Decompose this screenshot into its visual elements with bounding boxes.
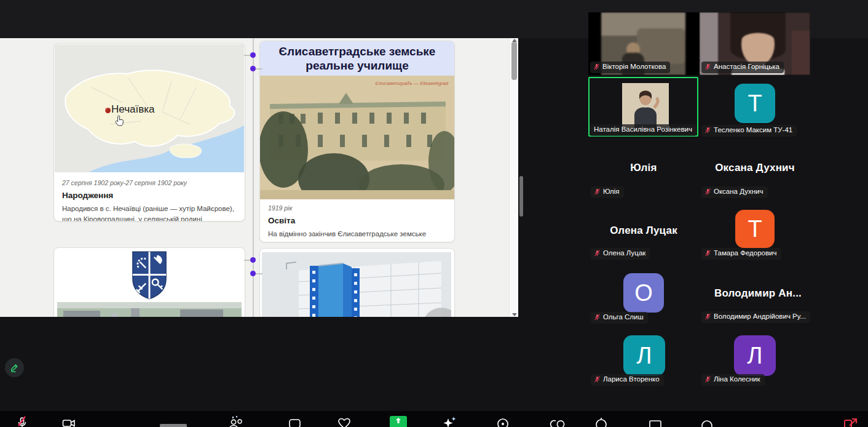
participant-name-label: Тесленко Максим ТУ-41 (701, 125, 797, 137)
participant-display-name: Юлія (588, 162, 699, 174)
old-school-photo: Єлисаветградъ — Elisawetgrad (260, 76, 454, 199)
participant-name-label: Ліна Колесник (701, 374, 765, 386)
heart-reaction-icon (337, 416, 352, 427)
timeline-card-birth[interactable]: Нечаївка 27 серпня 1902 року-27 серпня 1… (53, 43, 245, 221)
mic-muted-icon (704, 188, 711, 195)
apps-button[interactable] (548, 416, 566, 427)
participant-name-label: Анастасія Горніцька (701, 62, 784, 73)
participant-name-label: Олена Луцак (591, 248, 650, 260)
event-date: 27 серпня 1902 року-27 серпня 1902 року (62, 179, 237, 186)
window-scrollbar-thumb[interactable] (519, 176, 523, 217)
event-title: Освіта (268, 216, 446, 225)
mic-muted-icon (704, 313, 711, 320)
event-description: На відмінно закінчив Єлисаветградське зе… (268, 229, 446, 242)
camera-button[interactable] (61, 416, 79, 427)
mic-muted-icon (594, 188, 601, 195)
ai-companion-button[interactable] (441, 416, 459, 427)
old-photo-art (260, 76, 454, 199)
meeting-toolbar (0, 411, 868, 427)
map-point-marker (105, 108, 111, 113)
participant-name-label: Лариса Вторенко (591, 374, 664, 386)
screen-share-area: Нечаївка 27 серпня 1902 року-27 серпня 1… (0, 38, 518, 317)
mic-muted-icon (704, 127, 711, 134)
participants-button[interactable] (226, 416, 243, 427)
record-icon (495, 416, 510, 427)
mic-muted-icon (594, 250, 601, 257)
timeline-card-building[interactable] (259, 248, 455, 317)
university-emblem (130, 250, 168, 300)
scrollbar-thumb[interactable] (511, 42, 517, 80)
notes-button[interactable] (700, 416, 717, 427)
participant-name-label: Вікторія Молоткова (590, 62, 670, 73)
participant-name-label: Оксана Духнич (701, 186, 768, 198)
participant-name-label: Тамара Федорович (701, 248, 781, 260)
chat-button[interactable] (288, 416, 305, 427)
timeline-card-education[interactable]: Єлисаветградське земське реальне училище (259, 41, 455, 242)
timeline-dot[interactable] (250, 271, 256, 276)
mic-muted-icon (704, 250, 711, 257)
share-screen-button[interactable] (390, 416, 407, 427)
whiteboard-button[interactable] (648, 416, 665, 427)
mic-muted-icon (704, 63, 711, 70)
ai-companion-icon (441, 416, 457, 427)
event-date: 1919 рік (268, 204, 446, 212)
mic-muted-icon (594, 314, 601, 321)
microphone-muted-button[interactable] (15, 416, 32, 427)
whiteboard-icon (648, 416, 663, 427)
participant-display-name: Оксана Духнич (700, 162, 810, 174)
participant-display-name: Володимир Ан... (700, 287, 816, 300)
share-screen-icon (393, 416, 403, 426)
annotate-button[interactable] (5, 358, 24, 377)
timeline-card-university[interactable] (53, 247, 245, 317)
card-header: Єлисаветградське земське реальне училище (260, 41, 454, 76)
participant-avatar[interactable]: О (623, 273, 664, 313)
leave-meeting-button[interactable] (842, 416, 859, 427)
participant-name-label: Володимир Андрійович Ру... (701, 311, 810, 323)
participant-name-label: Юлія (591, 186, 624, 198)
participant-name-label: Ольга Слиш (591, 312, 648, 324)
timeline-dot[interactable] (250, 66, 256, 71)
clock-button[interactable] (594, 416, 611, 427)
notes-icon (700, 416, 714, 427)
event-description: Народився в с. Нечаївці (раніше — хутір … (62, 204, 237, 221)
participant-video-feed (622, 83, 669, 128)
campus-panorama-photo (57, 302, 242, 317)
participant-avatar[interactable]: Т (735, 210, 775, 248)
record-button[interactable] (495, 416, 513, 427)
participant-avatar[interactable]: Л (734, 335, 776, 376)
mic-muted-icon (704, 376, 711, 383)
hand-cursor-icon (115, 115, 125, 126)
participant-avatar[interactable]: Т (735, 84, 775, 123)
chat-icon (288, 416, 302, 427)
document-scrollbar[interactable] (509, 38, 518, 317)
mic-muted-icon (593, 63, 600, 70)
modern-building-photo (262, 252, 451, 317)
reactions-button[interactable] (337, 416, 354, 427)
clock-icon (594, 416, 609, 427)
ukraine-map-image: Нечаївка (55, 44, 244, 172)
map-point-label: Нечаївка (111, 103, 155, 116)
apps-icon (548, 416, 568, 427)
timeline-dot[interactable] (250, 52, 256, 58)
pencil-icon (9, 362, 20, 373)
participant-name-label: Наталія Василівна Розінкевич (590, 124, 696, 136)
leave-meeting-icon (842, 416, 859, 427)
card-title: Єлисаветградське земське реальне училище (260, 44, 454, 73)
event-title: Народження (62, 191, 237, 200)
participant-avatar[interactable]: Л (623, 335, 665, 376)
mic-muted-icon (594, 376, 601, 383)
scroll-down-arrow[interactable] (512, 313, 517, 316)
camera-icon (61, 416, 76, 427)
photo-caption: Єлисаветградъ — Elisawetgrad (375, 81, 448, 86)
participant-display-name: Олена Луцак (588, 225, 699, 237)
toolbar-highlight-pill (160, 424, 187, 427)
microphone-muted-icon (15, 416, 30, 427)
participants-icon (226, 416, 251, 427)
timeline-dot[interactable] (250, 257, 256, 263)
